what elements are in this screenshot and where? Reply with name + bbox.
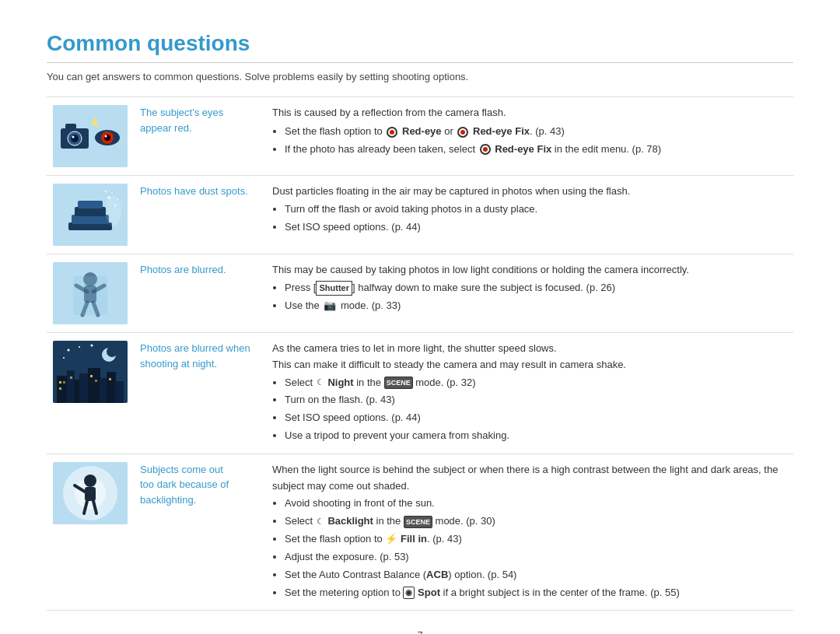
svg-rect-41 [74, 380, 80, 403]
row-content-backlight: When the light source is behind the subj… [266, 454, 793, 611]
table-row: The subject's eyesappear red.This is cau… [47, 97, 793, 176]
svg-point-57 [84, 475, 96, 487]
svg-rect-44 [100, 378, 107, 403]
row-label-dust: Photos have dust spots. [134, 176, 266, 254]
bullet-item: Set the Auto Contrast Balance (ACB) opti… [285, 567, 787, 583]
svg-point-21 [105, 191, 107, 193]
svg-rect-52 [95, 380, 97, 382]
row-image-night [47, 333, 134, 454]
row-label-night: Photos are blurred whenshooting at night… [134, 333, 266, 454]
svg-point-36 [79, 346, 80, 348]
table-row: Subjects come outtoo dark because ofback… [47, 454, 793, 611]
svg-point-12 [105, 135, 107, 138]
svg-point-35 [68, 349, 70, 352]
svg-rect-31 [73, 276, 107, 315]
svg-rect-49 [59, 387, 61, 390]
svg-rect-50 [70, 377, 72, 379]
bullet-item: If the photo has already been taken, sel… [285, 142, 787, 158]
svg-point-20 [111, 192, 113, 194]
svg-rect-58 [85, 487, 96, 501]
row-image-backlight [47, 454, 134, 611]
bullet-item: Turn off the flash or avoid taking photo… [285, 201, 787, 218]
page-subtitle: You can get answers to common questions.… [47, 71, 793, 82]
bullet-item: Adjust the exposure. (p. 53) [285, 549, 787, 566]
table-row: Photos have dust spots.Dust particles fl… [47, 176, 793, 254]
bullet-item: Set ISO speed options. (p. 44) [285, 219, 787, 236]
svg-rect-46 [115, 381, 124, 403]
row-image-red-eye [47, 97, 134, 176]
svg-rect-39 [57, 376, 68, 403]
title-divider [47, 62, 793, 63]
bullet-item: Set the flash option to Red-eye or Red-e… [285, 123, 787, 140]
bullet-item: Select ☾ Backlight in the SCENE mode. (p… [285, 513, 787, 530]
table-row: Photos are blurred whenshooting at night… [47, 333, 793, 454]
svg-rect-53 [109, 378, 111, 380]
svg-point-4 [71, 135, 79, 142]
svg-point-38 [63, 357, 65, 359]
svg-rect-45 [107, 372, 116, 403]
row-content-night: As the camera tries to let in more light… [266, 333, 793, 454]
bullet-item: Use a tripod to prevent your camera from… [285, 428, 787, 444]
bullet-item: Set the metering option to ◉ Spot if a b… [285, 585, 787, 601]
row-label-blurred: Photos are blurred. [134, 254, 266, 333]
svg-point-34 [107, 346, 117, 357]
svg-rect-43 [88, 368, 100, 403]
bullet-item: Press [Shutter] halfway down to make sur… [285, 280, 787, 296]
bullet-item: Set ISO speed options. (p. 44) [285, 410, 787, 426]
bullet-item: Turn on the flash. (p. 43) [285, 392, 787, 408]
content-table: The subject's eyesappear red.This is cau… [47, 96, 793, 611]
bullet-item: Avoid shooting in front of the sun. [285, 496, 787, 512]
bullet-item: Select ☾ Night in the SCENE mode. (p. 32… [285, 375, 787, 391]
row-label-red-eye: The subject's eyesappear red. [134, 97, 266, 176]
svg-rect-48 [63, 381, 65, 384]
row-image-blurred [47, 254, 134, 333]
svg-rect-2 [65, 124, 76, 130]
row-content-red-eye: This is caused by a reflection from the … [266, 97, 793, 176]
row-label-backlight: Subjects come outtoo dark because ofback… [134, 454, 266, 611]
svg-point-5 [72, 136, 75, 138]
row-content-blurred: This may be caused by taking photos in l… [266, 254, 793, 333]
svg-point-23 [106, 195, 121, 226]
row-content-dust: Dust particles floating in the air may b… [266, 176, 793, 254]
page-title: Common questions [47, 31, 793, 56]
svg-rect-17 [78, 201, 103, 208]
svg-rect-40 [67, 370, 75, 403]
svg-rect-42 [79, 373, 89, 403]
page-number: 7 [47, 629, 793, 634]
bullet-item: Use the 📷 mode. (p. 33) [285, 298, 787, 314]
bullet-item: Set the flash option to ⚡ Fill in. (p. 4… [285, 531, 787, 548]
svg-rect-47 [59, 381, 61, 384]
svg-rect-51 [90, 375, 93, 377]
row-image-dust [47, 176, 134, 254]
table-row: Photos are blurred.This may be caused by… [47, 254, 793, 333]
svg-point-37 [91, 345, 93, 347]
